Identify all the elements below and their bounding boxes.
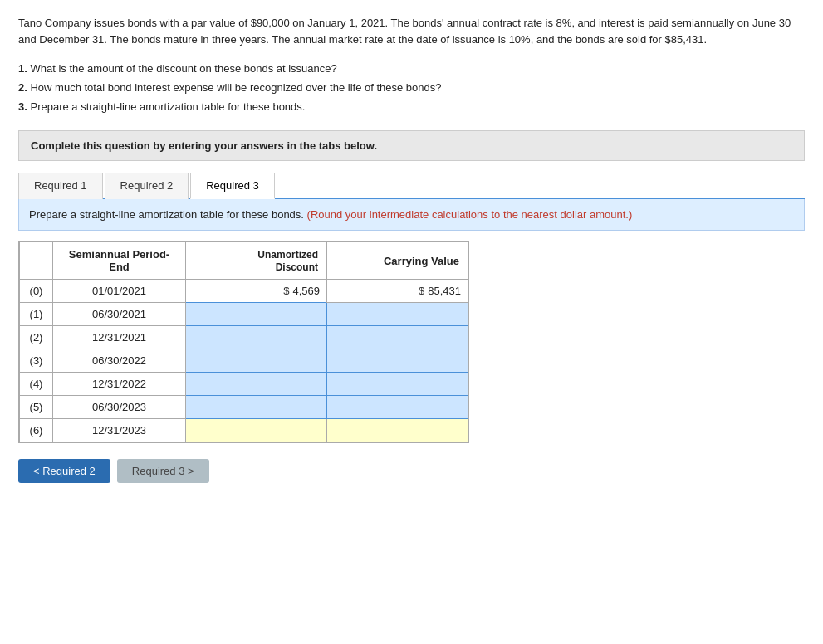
cell-index: (1)	[20, 303, 53, 326]
carrying-input[interactable]	[346, 401, 461, 413]
cell-index: (5)	[20, 396, 53, 419]
cell-discount: $4,569	[186, 280, 327, 303]
cell-period: 12/31/2021	[53, 326, 186, 349]
tab-required3[interactable]: Required 3	[190, 173, 275, 199]
carrying-input[interactable]	[346, 378, 461, 390]
th-carrying: Carrying Value	[327, 242, 468, 280]
discount-input[interactable]	[205, 308, 320, 320]
table-row: (6)12/31/2023	[20, 419, 468, 442]
discount-input[interactable]	[205, 354, 320, 367]
cell-index: (6)	[20, 419, 53, 442]
carrying-input[interactable]	[346, 308, 461, 320]
discount-input[interactable]	[205, 401, 320, 413]
question-3: 3. Prepare a straight-line amortization …	[18, 98, 805, 116]
cell-period: 12/31/2022	[53, 373, 186, 396]
table-body: (0)01/01/2021$4,569$85,431(1)06/30/2021(…	[20, 280, 468, 442]
cell-carrying[interactable]	[327, 303, 468, 326]
cell-period: 06/30/2022	[53, 349, 186, 373]
discount-input[interactable]	[205, 331, 320, 344]
complete-box: Complete this question by entering your …	[18, 130, 805, 161]
table-row: (2)12/31/2021	[20, 326, 468, 349]
question-2: 2. How much total bond interest expense …	[18, 79, 805, 97]
th-period: Semiannual Period-End	[53, 242, 186, 280]
tabs-bar: Required 1 Required 2 Required 3	[18, 171, 805, 199]
instruction-main: Prepare a straight-line amortization tab…	[29, 208, 304, 221]
table-header-row: Semiannual Period-End Unamortized Discou…	[20, 242, 468, 280]
instruction-bar: Prepare a straight-line amortization tab…	[18, 199, 805, 232]
cell-carrying[interactable]	[327, 349, 468, 373]
navigation-buttons: < Required 2 Required 3 >	[18, 459, 805, 483]
cell-index: (4)	[20, 373, 53, 396]
table-row: (5)06/30/2023	[20, 396, 468, 419]
cell-index: (2)	[20, 326, 53, 349]
cell-discount[interactable]	[186, 326, 327, 349]
instruction-note: (Round your intermediate calculations to…	[307, 208, 633, 221]
cell-carrying[interactable]	[327, 373, 468, 396]
cell-period: 01/01/2021	[53, 280, 186, 303]
questions-section: 1. What is the amount of the discount on…	[18, 60, 805, 116]
table-row: (3)06/30/2022	[20, 349, 468, 373]
th-index	[20, 242, 53, 280]
cell-index: (0)	[20, 280, 53, 303]
tab-required2[interactable]: Required 2	[105, 173, 189, 199]
table-row: (1)06/30/2021	[20, 303, 468, 326]
discount-input-last[interactable]	[205, 424, 320, 437]
cell-carrying: $85,431	[327, 280, 468, 303]
cell-period: 12/31/2023	[53, 419, 186, 442]
table-row: (0)01/01/2021$4,569$85,431	[20, 280, 468, 303]
th-discount: Unamortized Discount	[186, 242, 327, 280]
carrying-input[interactable]	[346, 354, 461, 367]
amortization-table: Semiannual Period-End Unamortized Discou…	[19, 242, 468, 442]
question-1: 1. What is the amount of the discount on…	[18, 60, 805, 78]
cell-carrying[interactable]	[327, 419, 468, 442]
carrying-input-last[interactable]	[346, 424, 461, 437]
cell-carrying[interactable]	[327, 396, 468, 419]
cell-discount[interactable]	[186, 419, 327, 442]
cell-index: (3)	[20, 349, 53, 373]
discount-input[interactable]	[205, 378, 320, 390]
cell-discount[interactable]	[186, 349, 327, 373]
intro-paragraph: Tano Company issues bonds with a par val…	[18, 15, 805, 48]
prev-button[interactable]: < Required 2	[18, 459, 110, 483]
cell-discount[interactable]	[186, 303, 327, 326]
cell-discount[interactable]	[186, 373, 327, 396]
amortization-table-wrapper: Semiannual Period-End Unamortized Discou…	[18, 241, 469, 443]
carrying-input[interactable]	[346, 331, 461, 344]
table-row: (4)12/31/2022	[20, 373, 468, 396]
cell-discount[interactable]	[186, 396, 327, 419]
next-button[interactable]: Required 3 >	[117, 459, 209, 483]
tab-required1[interactable]: Required 1	[18, 173, 103, 199]
cell-period: 06/30/2023	[53, 396, 186, 419]
cell-period: 06/30/2021	[53, 303, 186, 326]
cell-carrying[interactable]	[327, 326, 468, 349]
